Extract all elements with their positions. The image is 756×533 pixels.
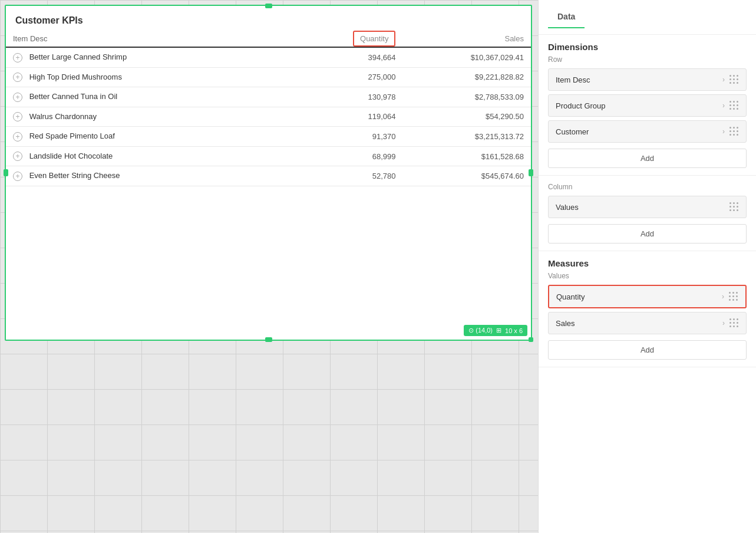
cell-sales: $545,674.60 [402, 166, 531, 186]
values-label: Values [548, 272, 747, 280]
expand-icon[interactable]: + [13, 53, 22, 62]
main-canvas: Customer KPIs Item Desc Quantity Sales +… [0, 0, 538, 533]
dots-icon-5 [729, 292, 738, 301]
cell-sales: $3,215,313.72 [402, 127, 531, 147]
data-table: Item Desc Quantity Sales + Better Large … [6, 31, 531, 186]
item-name: Even Better String Cheese [29, 171, 120, 180]
expand-icon[interactable]: + [13, 172, 22, 181]
dim-item-item-desc[interactable]: Item Desc › [548, 68, 747, 91]
dots-icon-6 [729, 318, 739, 328]
chevron-icon-5: › [722, 319, 725, 327]
col-header-sales: Sales [402, 31, 531, 47]
cell-quantity: 52,780 [295, 166, 402, 186]
measures-title: Measures [548, 258, 747, 268]
dimensions-section: Dimensions Row Item Desc › Product Group… [539, 35, 756, 176]
cell-item-desc: + Landslide Hot Chocolate [6, 146, 295, 166]
chevron-icon-2: › [722, 101, 725, 110]
dim-item-quantity-label: Quantity [556, 292, 585, 301]
row-label: Row [548, 55, 747, 64]
dim-item-quantity-right: › [722, 292, 738, 301]
dim-item-product-group[interactable]: Product Group › [548, 94, 747, 117]
widget-dimensions: 10 x 6 [505, 327, 523, 334]
chevron-icon-4: › [722, 292, 724, 301]
add-measures-button[interactable]: Add [548, 340, 747, 360]
add-row-button[interactable]: Add [548, 149, 747, 168]
widget-title: Customer KPIs [6, 6, 531, 31]
dimensions-title: Dimensions [548, 42, 747, 52]
cell-item-desc: + Better Canned Tuna in Oil [6, 87, 295, 107]
expand-icon[interactable]: + [13, 112, 22, 121]
cell-quantity: 394,664 [295, 47, 402, 67]
dim-item-item-desc-right: › [722, 75, 739, 84]
table-row: + Walrus Chardonnay 119,064 $54,290.50 [6, 107, 531, 127]
cell-item-desc: + Better Large Canned Shrimp [6, 47, 295, 67]
dim-item-values-right [729, 202, 739, 212]
cell-quantity: 275,000 [295, 67, 402, 87]
expand-icon[interactable]: + [13, 93, 22, 102]
cell-item-desc: + Red Spade Pimento Loaf [6, 127, 295, 147]
cell-sales: $9,221,828.82 [402, 67, 531, 87]
widget-position: ⊙ (14,0) [468, 327, 493, 334]
column-label: Column [548, 183, 747, 191]
cell-sales: $2,788,533.09 [402, 87, 531, 107]
cell-quantity: 91,370 [295, 127, 402, 147]
cell-sales: $54,290.50 [402, 107, 531, 127]
resize-handle-bottom-right[interactable] [529, 337, 533, 342]
data-tab[interactable]: Data [548, 6, 585, 28]
item-name: Walrus Chardonnay [29, 112, 97, 121]
dim-item-values[interactable]: Values [548, 196, 747, 218]
dim-item-customer[interactable]: Customer › [548, 120, 747, 143]
dots-icon-3 [729, 127, 739, 136]
item-name: Better Canned Tuna in Oil [29, 92, 118, 101]
item-name: High Top Dried Mushrooms [29, 73, 122, 81]
expand-icon[interactable]: + [13, 73, 22, 82]
dim-item-customer-label: Customer [556, 127, 589, 136]
dim-item-item-desc-label: Item Desc [556, 75, 590, 84]
table-row: + High Top Dried Mushrooms 275,000 $9,22… [6, 67, 531, 87]
widget-container: Customer KPIs Item Desc Quantity Sales +… [5, 5, 532, 341]
dim-item-quantity[interactable]: Quantity › [548, 285, 747, 308]
resize-handle-top[interactable] [265, 4, 272, 8]
dim-item-sales[interactable]: Sales › [548, 312, 747, 334]
table-row: + Better Canned Tuna in Oil 130,978 $2,7… [6, 87, 531, 107]
table-row: + Landslide Hot Chocolate 68,999 $161,52… [6, 146, 531, 166]
resize-handle-right[interactable] [529, 169, 533, 176]
column-section: Column Values Add [539, 176, 756, 251]
expand-icon[interactable]: + [13, 152, 22, 161]
widget-status-bar: ⊙ (14,0) ⊞ 10 x 6 [464, 325, 527, 336]
measures-section: Measures Values Quantity › Sales › [539, 251, 756, 367]
cell-item-desc: + High Top Dried Mushrooms [6, 67, 295, 87]
table-row: + Red Spade Pimento Loaf 91,370 $3,215,3… [6, 127, 531, 147]
resize-handle-bottom[interactable] [265, 337, 272, 342]
add-column-button[interactable]: Add [548, 224, 747, 244]
col-header-quantity: Quantity [295, 31, 402, 47]
cell-quantity: 68,999 [295, 146, 402, 166]
dim-item-sales-label: Sales [556, 319, 575, 328]
widget-size-icon: ⊞ [496, 327, 501, 334]
cell-quantity: 130,978 [295, 87, 402, 107]
dim-item-values-label: Values [556, 203, 579, 212]
expand-icon[interactable]: + [13, 132, 22, 142]
cell-sales: $10,367,029.41 [402, 47, 531, 67]
dim-item-product-group-label: Product Group [556, 101, 606, 110]
table-row: + Even Better String Cheese 52,780 $545,… [6, 166, 531, 186]
dots-icon [729, 75, 739, 84]
resize-handle-left[interactable] [4, 169, 8, 176]
right-panel: Data Dimensions Row Item Desc › Product … [538, 0, 756, 533]
item-name: Better Large Canned Shrimp [29, 52, 127, 61]
dots-icon-4 [729, 202, 739, 212]
col-header-item-desc: Item Desc [6, 31, 295, 47]
dim-item-sales-right: › [722, 318, 739, 328]
chevron-icon-3: › [722, 127, 725, 136]
cell-quantity: 119,064 [295, 107, 402, 127]
table-row: + Better Large Canned Shrimp 394,664 $10… [6, 47, 531, 67]
dots-icon-2 [729, 101, 739, 110]
cell-item-desc: + Even Better String Cheese [6, 166, 295, 186]
cell-item-desc: + Walrus Chardonnay [6, 107, 295, 127]
cell-sales: $161,528.68 [402, 146, 531, 166]
item-name: Red Spade Pimento Loaf [29, 131, 115, 140]
chevron-icon: › [722, 75, 725, 84]
dim-item-product-group-right: › [722, 101, 739, 110]
item-name: Landslide Hot Chocolate [29, 152, 113, 160]
dim-item-customer-right: › [722, 127, 739, 136]
